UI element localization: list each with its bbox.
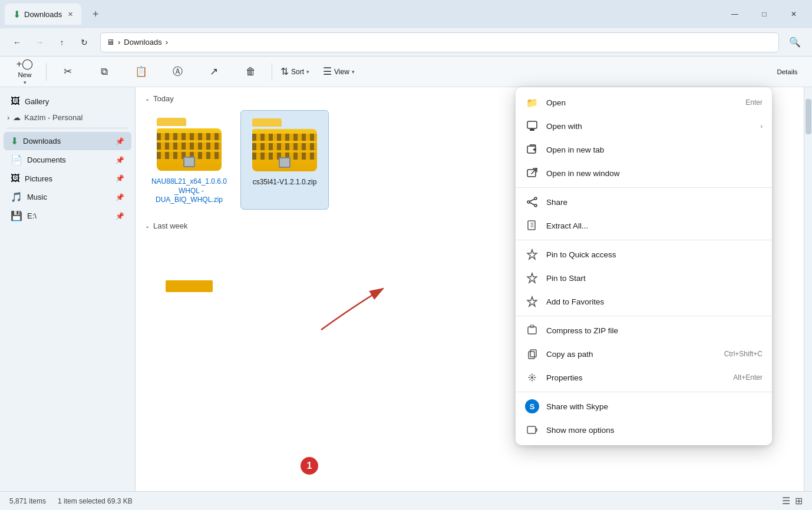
music-label: Music: [27, 193, 47, 201]
list-view-button[interactable]: ☰: [782, 495, 790, 506]
rename-button[interactable]: Ⓐ: [160, 59, 195, 85]
cm-share[interactable]: Share: [516, 190, 772, 214]
tab-close-button[interactable]: ✕: [68, 11, 73, 18]
svg-rect-16: [530, 350, 536, 357]
pictures-icon: 🖼: [11, 173, 20, 184]
refresh-button[interactable]: ↻: [74, 32, 94, 52]
cm-separator-1: [516, 187, 772, 188]
sidebar-item-music[interactable]: 🎵 Music 📌: [4, 188, 131, 206]
cm-copy-path[interactable]: Copy as path Ctrl+Shift+C: [516, 342, 772, 366]
kazim-cloud-icon: ☁: [13, 113, 21, 122]
file-item-2[interactable]: cs35l41-V1.2.1.0.zip: [240, 110, 329, 210]
rename-icon: Ⓐ: [173, 65, 183, 78]
sidebar-item-documents[interactable]: 📄 Documents 📌: [4, 151, 131, 169]
kazim-expand-icon: ›: [7, 113, 9, 122]
cut-button[interactable]: ✂: [50, 59, 85, 85]
tab-download-icon: ⬇: [13, 9, 21, 20]
cm-skype-icon: S: [525, 399, 539, 413]
cm-open-shortcut: Enter: [745, 98, 763, 107]
sidebar-item-gallery[interactable]: 🖼 Gallery: [4, 92, 131, 110]
active-tab[interactable]: ⬇ Downloads ✕: [5, 4, 81, 25]
sort-button[interactable]: ⇅ Sort ▾: [276, 59, 317, 85]
file-icon-3: [154, 242, 225, 301]
pin-icon-downloads: 📌: [115, 137, 124, 145]
cm-more-options-label: Show more options: [546, 426, 763, 435]
status-bar: 5,871 items 1 item selected 69.3 KB ☰ ⊞: [0, 491, 812, 510]
share-button[interactable]: ↗: [196, 59, 232, 85]
share-icon: ↗: [210, 65, 218, 78]
view-chevron-icon: ▾: [352, 69, 355, 75]
details-pane-button[interactable]: Details: [770, 59, 805, 85]
new-tab-button[interactable]: +: [86, 5, 105, 24]
cm-new-tab-icon: [525, 143, 539, 157]
delete-icon: 🗑: [246, 66, 256, 78]
cm-separator-3: [516, 316, 772, 316]
gallery-icon: 🖼: [11, 96, 20, 107]
svg-rect-1: [530, 129, 534, 131]
cm-extract[interactable]: Extract All...: [516, 214, 772, 237]
scrollbar-area[interactable]: [804, 87, 812, 491]
documents-icon: 📄: [11, 154, 22, 165]
cm-open-with-chevron-icon: ›: [761, 123, 763, 130]
file-icon-2: [249, 115, 320, 174]
cm-new-window-icon: [525, 166, 539, 180]
address-sep: ›: [118, 38, 120, 47]
cm-properties[interactable]: Properties Alt+Enter: [516, 366, 772, 389]
cm-open-with-icon: [525, 119, 539, 133]
cm-compress-icon: [525, 323, 539, 337]
cm-pin-start[interactable]: Pin to Start: [516, 266, 772, 290]
sidebar-item-pictures[interactable]: 🖼 Pictures 📌: [4, 170, 131, 187]
sidebar-group-kazim[interactable]: › ☁ Kazim - Personal: [0, 111, 135, 124]
cm-favorites[interactable]: Add to Favorites: [516, 290, 772, 313]
up-button[interactable]: ↑: [52, 32, 72, 52]
drive-icon: 💾: [11, 210, 22, 221]
cm-open[interactable]: 📁 Open Enter: [516, 91, 772, 114]
svg-marker-12: [527, 297, 537, 306]
kazim-label: Kazim - Personal: [24, 113, 82, 122]
file-item-1[interactable]: NAU88L21_x64_1.0.6.0_WHQL - DUA_BIQ_WHQL…: [145, 110, 233, 210]
file-icon-1: [154, 115, 225, 174]
file-item-3[interactable]: [145, 237, 233, 306]
cm-pin-quick-icon: [525, 247, 539, 261]
cm-open-new-window[interactable]: Open in new window: [516, 161, 772, 185]
svg-rect-13: [528, 327, 536, 334]
cm-skype[interactable]: S Share with Skype: [516, 395, 772, 418]
close-button[interactable]: ✕: [780, 5, 807, 24]
sidebar-item-drive[interactable]: 💾 E:\ 📌: [4, 207, 131, 225]
downloads-icon: ⬇: [11, 135, 18, 147]
cm-open-new-tab-label: Open in new tab: [546, 145, 763, 154]
svg-rect-14: [530, 325, 534, 327]
address-bar[interactable]: 🖥 › Today Downloads ›: [100, 32, 779, 52]
last-week-chevron-icon: ⌄: [145, 223, 150, 229]
cm-open-with[interactable]: Open with ›: [516, 114, 772, 138]
cm-more-options[interactable]: Show more options: [516, 418, 772, 442]
details-label: Details: [777, 68, 797, 75]
sort-label: Sort: [291, 68, 304, 76]
paste-button[interactable]: 📋: [123, 59, 159, 85]
cm-pin-quick[interactable]: Pin to Quick access: [516, 243, 772, 266]
skype-circle: S: [525, 399, 539, 413]
copy-button[interactable]: ⧉: [87, 59, 122, 85]
svg-point-6: [534, 204, 537, 207]
cm-open-new-tab[interactable]: Open in new tab: [516, 138, 772, 161]
view-button[interactable]: ☰ View ▾: [318, 59, 359, 85]
forward-button[interactable]: →: [29, 32, 49, 52]
sidebar-item-downloads[interactable]: ⬇ Downloads 📌: [4, 132, 131, 150]
sidebar: 🖼 Gallery › ☁ Kazim - Personal ⬇ Downloa…: [0, 87, 136, 491]
minimize-button[interactable]: —: [721, 5, 748, 24]
svg-marker-10: [527, 250, 537, 259]
view-icon: ☰: [323, 65, 332, 78]
cm-separator-2: [516, 240, 772, 240]
search-button[interactable]: 🔍: [785, 32, 805, 52]
delete-button[interactable]: 🗑: [233, 59, 268, 85]
today-label: Today: [153, 94, 174, 103]
grid-view-button[interactable]: ⊞: [795, 495, 803, 506]
cm-more-options-icon: [525, 423, 539, 437]
sidebar-separator: [7, 128, 128, 128]
back-button[interactable]: ←: [7, 32, 27, 52]
maximize-button[interactable]: □: [751, 5, 778, 24]
cm-properties-shortcut: Alt+Enter: [733, 373, 763, 382]
new-button[interactable]: +◯ New ▾: [7, 59, 42, 85]
cm-compress[interactable]: Compress to ZIP file: [516, 319, 772, 342]
sort-icon: ⇅: [280, 65, 289, 78]
